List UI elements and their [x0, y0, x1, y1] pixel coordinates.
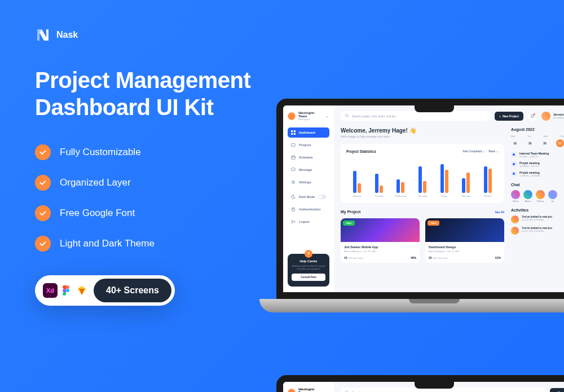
sidebar: Ideologist Team Workspace ⌄ Dashboard Pr… — [283, 105, 334, 292]
folder-icon — [291, 143, 296, 147]
gear-icon — [291, 180, 296, 184]
svg-rect-8 — [292, 168, 295, 171]
calendar-day[interactable]: 19 — [526, 139, 534, 147]
search-input[interactable]: Search project, task, team, and etc. — [341, 111, 490, 121]
svg-rect-11 — [292, 209, 295, 211]
new-project-button[interactable]: + New Project — [550, 388, 564, 393]
workspace-selector[interactable]: Ideologist Team Workspace ⌄ — [288, 111, 329, 121]
chat-person[interactable]: Marine — [523, 190, 532, 202]
avatar — [511, 215, 519, 223]
stats-card: Project Statistics Task Completed ⌄ Week… — [341, 144, 504, 203]
nav-dashboard[interactable]: Dashboard — [288, 127, 329, 138]
notification-button[interactable] — [528, 112, 537, 121]
bar-chart: MondayTuesdayWednesdayThursdayFridaySatu… — [346, 158, 499, 197]
svg-line-13 — [348, 117, 349, 118]
xd-icon: Xd — [43, 283, 58, 298]
new-project-button[interactable]: + New Project — [495, 112, 523, 121]
check-icon — [35, 175, 51, 191]
laptop-mockup-secondary: Ideologist Team Workspace ⌄ Search proje… — [276, 375, 564, 392]
bell-icon — [530, 114, 535, 118]
calendar-widget: August 2022 MonTueWedThuFri 1819202122 I… — [511, 127, 564, 177]
nav-message[interactable]: Message — [288, 165, 329, 175]
nav-settings[interactable]: Settings — [288, 177, 329, 187]
calendar-day[interactable]: 20 — [541, 139, 549, 147]
activity-item[interactable]: You've invited to new proJun 23, 2022 at… — [511, 227, 564, 235]
logout-icon — [291, 219, 296, 224]
question-icon: ? — [305, 250, 312, 258]
event-item[interactable]: Internal Team Meeting9:00 Am - 1:00 Pm — [511, 152, 564, 158]
priority-badge: High — [343, 221, 355, 226]
check-icon — [35, 236, 51, 252]
moon-icon — [291, 195, 296, 199]
filter-metric[interactable]: Task Completed ⌄ — [462, 150, 485, 153]
project-card[interactable]: Slow Dashboard Design Ames Rodriguez · D… — [425, 218, 504, 263]
figma-icon — [59, 283, 73, 298]
activity-item[interactable]: You've invited to new proJun 23, 2022 at… — [511, 215, 564, 223]
check-icon — [35, 144, 51, 160]
svg-rect-5 — [292, 144, 295, 147]
nav-projects[interactable]: Projects — [288, 140, 329, 150]
section-title: Chat — [511, 183, 564, 187]
sketch-icon — [74, 283, 89, 298]
avatar — [548, 190, 557, 199]
screens-count: 40+ Screens — [94, 279, 171, 302]
workspace-badge — [288, 112, 296, 120]
avatar — [541, 112, 550, 121]
event-icon — [511, 161, 517, 167]
avatar — [536, 190, 545, 199]
section-title: Activities — [511, 208, 564, 212]
consult-button[interactable]: Consult Now — [292, 274, 325, 281]
calendar-day[interactable]: 18 — [511, 139, 519, 147]
help-card: ? Help Centre Getting trouble on Nask? C… — [288, 254, 329, 287]
svg-point-12 — [346, 114, 348, 117]
chevron-down-icon: ⌄ — [496, 150, 499, 153]
nav-auth[interactable]: Authentication — [288, 204, 329, 214]
event-icon — [511, 152, 517, 157]
plus-icon: + — [499, 114, 501, 118]
chevron-down-icon: ⌄ — [325, 113, 329, 118]
event-item[interactable]: Projek meeting11:00 Pm - 10:00 Am — [511, 171, 564, 177]
avatar — [511, 227, 519, 235]
toggle-switch[interactable] — [318, 195, 326, 199]
chevron-down-icon: ⌄ — [483, 150, 485, 153]
nav-logout[interactable]: Logout — [288, 217, 329, 227]
laptop-mockup: Ideologist Team Workspace ⌄ Dashboard Pr… — [276, 99, 564, 319]
grid-icon — [291, 130, 296, 135]
calendar-day[interactable]: 21 — [556, 139, 564, 147]
chat-person[interactable]: Hestia — [511, 190, 520, 202]
search-icon — [345, 114, 349, 118]
avatar — [511, 190, 520, 199]
project-card[interactable]: High Job Seeker Mobile App Michael Abrah… — [341, 218, 420, 263]
calendar-icon — [291, 155, 296, 160]
avatar — [523, 190, 532, 199]
brand: Nask — [35, 27, 564, 43]
welcome-header: Welcome, Jerremy Hage! 👋 We're happy to … — [341, 127, 504, 138]
lock-icon — [291, 207, 296, 212]
svg-rect-1 — [291, 130, 293, 132]
chat-person[interactable]: Jer — [548, 190, 557, 202]
brand-logo — [35, 27, 51, 43]
svg-point-10 — [293, 182, 294, 183]
brand-name: Nask — [56, 30, 78, 40]
chat-list: HestiaMarinePatriciaJer — [511, 190, 564, 202]
chat-person[interactable]: Patricia — [536, 190, 545, 202]
filter-period[interactable]: Week ⌄ — [488, 150, 499, 153]
chat-icon — [291, 168, 296, 172]
event-icon — [511, 171, 517, 177]
svg-rect-2 — [294, 130, 296, 132]
section-title: My Project — [341, 210, 360, 214]
user-menu[interactable]: Jerremy Hage jerremyhage@workmail.c — [541, 112, 564, 121]
dark-mode-toggle[interactable]: Dark Mode — [288, 192, 329, 202]
svg-rect-6 — [292, 156, 295, 160]
see-all-link[interactable]: See All — [495, 210, 505, 214]
workspace-selector[interactable]: Ideologist Team Workspace ⌄ — [288, 387, 329, 392]
check-icon — [35, 205, 51, 221]
svg-rect-3 — [291, 133, 293, 135]
svg-point-0 — [66, 289, 69, 292]
priority-badge: Slow — [428, 221, 439, 226]
svg-rect-4 — [294, 133, 296, 135]
screens-pill: Xd 40+ Screens — [35, 275, 175, 306]
nav-schedule[interactable]: Schedule — [288, 152, 329, 162]
event-item[interactable]: Projek meeting10:00 Am - 8:12 Pm — [511, 161, 564, 168]
